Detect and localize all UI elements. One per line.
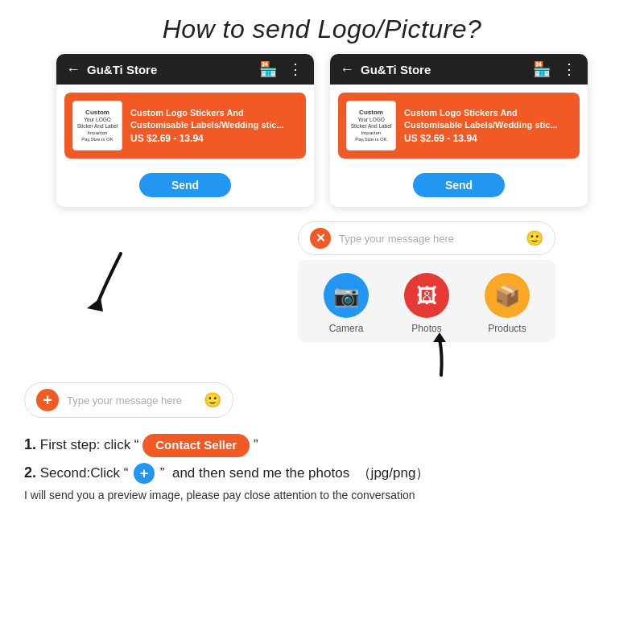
step-2-text1: Second:Click “ (40, 465, 129, 481)
phone-mockup-2: ← Gu&Ti Store 🏪 ⋮ Custom Your LOGO Stick… (330, 54, 588, 207)
step-2: 2. Second:Click “ + ” and then send me t… (24, 462, 620, 485)
step-2-num: 2. (24, 464, 36, 481)
back-arrow-icon-1[interactable]: ← (66, 61, 80, 78)
emoji-icon-top[interactable]: 🙂 (526, 229, 543, 247)
emoji-icon[interactable]: 🙂 (204, 391, 221, 409)
arrow-container (24, 246, 233, 318)
phone-header-1: ← Gu&Ti Store 🏪 ⋮ (56, 54, 314, 85)
products-icon: 📦 (494, 283, 520, 308)
send-btn-row-1: Send (56, 167, 314, 207)
product-title-2: Custom Logo Stickers And Customisable La… (404, 107, 572, 130)
step-2-text2: ” and then send me the photos （jpg/png） (160, 465, 430, 481)
store-name-1: Gu&Ti Store (87, 63, 253, 76)
message-bar-top: ✕ Type your message here 🙂 (298, 221, 555, 255)
product-title-1: Custom Logo Stickers And Customisable La… (130, 107, 298, 130)
attach-photos[interactable]: 🖼 Photos (404, 273, 449, 334)
contact-seller-btn[interactable]: Contact Seller (142, 434, 250, 457)
phone-mockup-1: ← Gu&Ti Store 🏪 ⋮ Custom Your LOGO Stick… (56, 54, 314, 207)
store-icon-1: 🏪 (259, 60, 277, 78)
camera-icon-circle: 📷 (324, 273, 369, 318)
message-input-top[interactable]: Type your message here (339, 233, 518, 245)
menu-dots-2[interactable]: ⋮ (562, 60, 578, 78)
svg-marker-1 (433, 332, 446, 342)
products-label: Products (488, 323, 526, 334)
products-icon-circle: 📦 (485, 273, 530, 318)
step-1: 1. First step: click “ Contact Seller ” (24, 434, 620, 457)
close-button[interactable]: ✕ (310, 228, 331, 249)
step-1-text2: ” (254, 437, 258, 452)
left-panel: + Type your message here 🙂 (24, 221, 282, 418)
attachment-panel: 📷 Camera 🖼 Photos 📦 Products (298, 260, 555, 342)
instructions: 1. First step: click “ Contact Seller ” … (0, 426, 644, 502)
product-thumb-2: Custom Your LOGO Sticker And Label Impac… (346, 101, 396, 151)
product-info-1: Custom Logo Stickers And Customisable La… (130, 107, 298, 144)
svg-marker-0 (87, 298, 103, 312)
phones-row: ← Gu&Ti Store 🏪 ⋮ Custom Your LOGO Stick… (0, 54, 644, 207)
send-btn-row-2: Send (330, 167, 588, 207)
photos-icon: 🖼 (416, 283, 437, 308)
menu-dots-1[interactable]: ⋮ (288, 60, 304, 78)
product-card-1: Custom Your LOGO Sticker And Label Impac… (64, 93, 306, 159)
store-icon-2: 🏪 (533, 60, 551, 78)
product-thumb-1: Custom Your LOGO Sticker And Label Impac… (72, 101, 122, 151)
arrow-up-right-container (417, 331, 465, 382)
step-1-num: 1. (24, 436, 36, 452)
product-info-2: Custom Logo Stickers And Customisable La… (404, 107, 572, 144)
photos-icon-circle: 🖼 (404, 273, 449, 318)
attach-camera[interactable]: 📷 Camera (324, 273, 369, 334)
step-1-text1: First step: click “ (40, 437, 139, 452)
store-name-2: Gu&Ti Store (361, 63, 526, 76)
send-button-2[interactable]: Send (413, 173, 505, 197)
plus-inline-icon: + (134, 463, 155, 484)
phone-header-2: ← Gu&Ti Store 🏪 ⋮ (330, 54, 588, 85)
product-price-1: US $2.69 - 13.94 (130, 133, 298, 144)
message-input-placeholder[interactable]: Type your message here (67, 394, 196, 407)
step-note: I will send you a preview image, please … (24, 489, 620, 502)
product-card-2: Custom Your LOGO Sticker And Label Impac… (338, 93, 580, 159)
right-panel: ✕ Type your message here 🙂 📷 Camera 🖼 Ph… (298, 221, 555, 418)
page-title: How to send Logo/Picture? (0, 0, 644, 54)
back-arrow-icon-2[interactable]: ← (340, 61, 354, 78)
camera-icon: 📷 (333, 283, 359, 308)
plus-button[interactable]: + (36, 389, 59, 411)
send-button-1[interactable]: Send (139, 173, 231, 197)
bottom-section: + Type your message here 🙂 ✕ Type your m… (0, 221, 644, 418)
arrow-down-left-svg (72, 246, 193, 318)
camera-label: Camera (329, 323, 364, 334)
message-bar-simple: + Type your message here 🙂 (24, 382, 233, 418)
product-price-2: US $2.69 - 13.94 (404, 133, 572, 144)
attach-products[interactable]: 📦 Products (485, 273, 530, 334)
arrow-up-svg (417, 331, 465, 379)
